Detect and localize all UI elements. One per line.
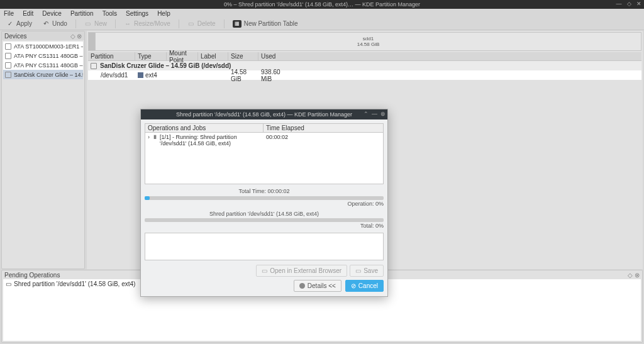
resize-button: ↔ Resize/Move — [120, 19, 174, 29]
disk-icon — [91, 63, 97, 69]
fs-color-swatch — [138, 72, 143, 78]
device-item[interactable]: ATA ST1000DM003-1ER1 – 931.51 GiB (… — [3, 42, 83, 51]
shred-icon: ▭ — [6, 280, 11, 287]
suboperation-label: Shred partition '/dev/sdd1' (14.58 GiB, … — [145, 211, 384, 217]
minimize-icon[interactable]: — — [616, 1, 622, 7]
disk-partition[interactable]: sdd1 14.58 GiB — [95, 33, 641, 50]
menubar: File Edit Device Partition Tools Setting… — [0, 9, 644, 18]
operations-table: Operations and Jobs Time Elapsed › ⏸ [1/… — [145, 123, 384, 184]
menu-device[interactable]: Device — [42, 10, 62, 17]
pause-icon: ⏸ — [152, 134, 158, 147]
col-mount[interactable]: Mount Point — [167, 52, 198, 60]
devices-header: Devices ◇ ⊗ — [2, 31, 84, 40]
device-item[interactable]: ATA PNY CS1311 480GB – 447.13 GiB (/… — [3, 51, 83, 60]
open-external-button: ▭ Open in External Browser — [256, 265, 347, 277]
close-icon[interactable]: ✕ — [636, 1, 642, 7]
save-button: ▭ Save — [350, 265, 384, 277]
menu-settings[interactable]: Settings — [126, 10, 148, 17]
progress-dialog: Shred partition '/dev/sdd1' (14.58 GiB, … — [140, 109, 388, 297]
disk-handle[interactable] — [89, 33, 95, 50]
new-icon: ▭ — [84, 20, 92, 28]
cancel-icon: ⊘ — [351, 282, 356, 289]
device-item-selected[interactable]: SanDisk Cruzer Glide – 14.59 GiB (/dev… — [3, 70, 83, 79]
menu-partition[interactable]: Partition — [70, 10, 94, 17]
partition-row[interactable]: /dev/sdd1 ext4 14.58 GiB 938.60 MiB — [88, 70, 641, 80]
new-button: ▭ New — [80, 19, 111, 29]
apply-button[interactable]: ✓ Apply — [3, 19, 36, 29]
window-title: 0% – Shred partition '/dev/sdd1' (14.58 … — [224, 1, 420, 8]
report-box — [145, 233, 384, 260]
operation-progress-label: Operation: 0% — [145, 201, 384, 207]
close-panel-icon[interactable]: ⊗ — [635, 272, 640, 279]
operation-progress-bar — [145, 196, 384, 200]
operation-row[interactable]: › ⏸ [1/1] - Running: Shred partition '/d… — [145, 133, 383, 148]
toolbar-divider — [75, 19, 76, 28]
minimize-icon[interactable]: — — [372, 111, 377, 117]
col-partition[interactable]: Partition — [88, 52, 135, 60]
col-type[interactable]: Type — [135, 52, 167, 60]
ops-col-time[interactable]: Time Elapsed — [264, 124, 383, 132]
save-icon: ▭ — [355, 267, 361, 274]
details-button[interactable]: Details << — [294, 280, 341, 292]
disk-icon — [5, 72, 11, 78]
shade-icon[interactable]: ⌃ — [364, 111, 369, 117]
partition-table-header: Partition Type Mount Point Label Size Us… — [88, 52, 641, 61]
toolbar-divider — [224, 19, 225, 28]
menu-tools[interactable]: Tools — [103, 10, 117, 17]
total-progress-bar — [145, 218, 384, 222]
menu-file[interactable]: File — [4, 10, 14, 17]
undo-icon: ↶ — [42, 20, 50, 28]
float-icon[interactable]: ◇ — [70, 33, 75, 40]
cancel-button[interactable]: ⊘ Cancel — [345, 280, 384, 292]
disk-icon — [5, 53, 11, 59]
new-partition-table-button[interactable]: ▦ New Partition Table — [229, 19, 302, 29]
check-icon: ✓ — [6, 20, 14, 28]
toolbar: ✓ Apply ↶ Undo ▭ New ↔ Resize/Move ▭ Del… — [0, 18, 644, 30]
info-icon — [299, 283, 305, 289]
toolbar-divider — [115, 19, 116, 28]
undo-button[interactable]: ↶ Undo — [38, 19, 71, 29]
col-label[interactable]: Label — [198, 52, 228, 60]
col-used[interactable]: Used — [258, 52, 290, 60]
maximize-icon[interactable]: ◇ — [626, 1, 632, 7]
disk-icon — [5, 62, 11, 69]
dialog-titlebar[interactable]: Shred partition '/dev/sdd1' (14.58 GiB, … — [141, 109, 387, 119]
menu-edit[interactable]: Edit — [23, 10, 33, 17]
device-item[interactable]: ATA PNY CS1311 480GB – 447.13 GiB (/… — [3, 60, 83, 70]
delete-button: ▭ Delete — [184, 19, 219, 29]
float-icon[interactable]: ◇ — [628, 272, 633, 279]
menu-help[interactable]: Help — [157, 10, 170, 17]
partition-table: Partition Type Mount Point Label Size Us… — [88, 52, 641, 80]
table-icon: ▦ — [233, 20, 242, 28]
disk-graphic[interactable]: sdd1 14.58 GiB — [88, 32, 641, 51]
devices-panel: Devices ◇ ⊗ ATA ST1000DM003-1ER1 – 931.5… — [1, 31, 85, 269]
browser-icon: ▭ — [262, 267, 267, 274]
ops-col-name[interactable]: Operations and Jobs — [145, 124, 264, 132]
close-panel-icon[interactable]: ⊗ — [77, 33, 82, 40]
disk-icon — [5, 43, 11, 50]
close-icon[interactable]: ⊗ — [380, 111, 386, 117]
toolbar-divider — [179, 19, 179, 28]
total-time-label: Total Time: 00:00:02 — [145, 188, 384, 194]
titlebar: 0% – Shred partition '/dev/sdd1' (14.58 … — [0, 0, 644, 9]
total-progress-label: Total: 0% — [145, 223, 384, 229]
chevron-right-icon[interactable]: › — [148, 134, 150, 147]
resize-icon: ↔ — [124, 20, 131, 28]
operation-progress-fill — [145, 196, 150, 200]
col-size[interactable]: Size — [228, 52, 258, 60]
partition-summary-row[interactable]: SanDisk Cruzer Glide – 14.59 GiB (/dev/s… — [88, 61, 641, 70]
delete-icon: ▭ — [187, 20, 195, 28]
